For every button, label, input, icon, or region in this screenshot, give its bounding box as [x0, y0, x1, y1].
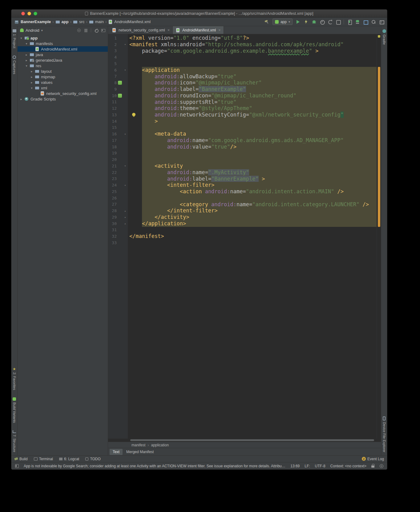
window-close-button[interactable]: [21, 12, 25, 15]
inspection-status-icon[interactable]: [378, 35, 380, 38]
code-line[interactable]: </manifest>: [128, 233, 377, 240]
run-config-select[interactable]: app ▾: [273, 18, 293, 25]
code-line[interactable]: <manifest xmlns:android="http://schemas.…: [128, 41, 377, 48]
tree-item-java[interactable]: ▸java: [18, 52, 108, 57]
horizontal-scrollbar[interactable]: [108, 439, 381, 442]
tool-stripe-button-1-project[interactable]: 1: Project: [13, 29, 16, 48]
attach-debugger-icon[interactable]: [336, 19, 341, 24]
tree-item-xml[interactable]: ▾xml: [18, 85, 108, 91]
tool-stripe-button-build-variants[interactable]: Build Variants: [13, 397, 16, 423]
tool-stripe-button-2-favorites[interactable]: ★2: Favorites: [13, 367, 16, 390]
code-line[interactable]: android:theme="@style/AppTheme": [128, 105, 377, 112]
code-line[interactable]: android:roundIcon="@mipmap/ic_launcher_r…: [128, 92, 377, 99]
run-icon[interactable]: [296, 19, 301, 24]
project-view-selector[interactable]: Android: [26, 28, 39, 33]
code-line[interactable]: [128, 150, 377, 157]
hide-panel-icon[interactable]: [101, 28, 105, 32]
code-line[interactable]: <action android:name="android.intent.act…: [128, 188, 377, 195]
tool-button-event-log[interactable]: 2Event Log: [362, 457, 384, 461]
tree-item-gradle-scripts[interactable]: ▸Gradle Scripts: [18, 96, 108, 102]
fold-expanded-icon[interactable]: ▾: [124, 43, 126, 46]
tool-stripe-button-7-structure[interactable]: 7: Structure: [13, 430, 16, 452]
code-line[interactable]: android:value="true"/>: [128, 144, 377, 150]
code-line[interactable]: package="com.google.android.gms.example.…: [128, 48, 377, 54]
code-line[interactable]: android:networkSecurityConfig="@xml/netw…: [128, 112, 377, 118]
build-hammer-icon[interactable]: [265, 19, 269, 24]
code-line[interactable]: <category android:name="android.intent.c…: [128, 201, 377, 208]
chevron-collapsed-icon[interactable]: ▸: [30, 75, 34, 79]
tool-button-terminal[interactable]: Terminal: [34, 457, 53, 461]
layout-inspector-icon[interactable]: [363, 19, 368, 24]
fold-end-icon[interactable]: ▴: [124, 209, 126, 212]
editor-tab-network-security-config-xml[interactable]: network_security_config.xml×: [109, 26, 173, 34]
profile-icon[interactable]: [320, 19, 325, 24]
fold-expanded-icon[interactable]: ▾: [124, 68, 126, 72]
code-line[interactable]: [128, 54, 377, 60]
breadcrumb-application[interactable]: application: [151, 443, 169, 447]
tree-item-androidmanifest-xml[interactable]: AndroidManifest.xml: [18, 46, 108, 52]
tool-button-todo[interactable]: TODO: [85, 457, 100, 461]
chevron-collapsed-icon[interactable]: ▸: [25, 53, 28, 56]
collapse-all-icon[interactable]: [84, 28, 88, 32]
code-line[interactable]: <application: [128, 67, 377, 73]
view-tab-text[interactable]: Text: [110, 449, 123, 455]
code-editor[interactable]: <?xml version="1.0" encoding="utf-8"?><m…: [128, 34, 377, 439]
tree-item-layout[interactable]: ▸layout: [18, 68, 108, 74]
code-line[interactable]: <?xml version="1.0" encoding="utf-8"?>: [128, 35, 377, 41]
code-line[interactable]: android:icon="@mipmap/ic_launcher": [128, 80, 377, 86]
chevron-collapsed-icon[interactable]: ▸: [30, 81, 34, 84]
window-minimize-button[interactable]: [27, 12, 31, 15]
breadcrumb-item-src[interactable]: src: [73, 19, 84, 24]
chevron-collapsed-icon[interactable]: ▸: [25, 59, 28, 62]
fold-end-icon[interactable]: ▴: [124, 222, 126, 225]
editor-error-stripe[interactable]: [377, 34, 381, 439]
code-line[interactable]: <intent-filter>: [128, 182, 377, 188]
fold-expanded-icon[interactable]: ▾: [124, 184, 126, 187]
chevron-expanded-icon[interactable]: ▾: [25, 42, 28, 45]
fold-expanded-icon[interactable]: ▾: [124, 133, 126, 136]
tree-item-app[interactable]: ▾app: [18, 35, 108, 41]
code-line[interactable]: </application>: [128, 220, 377, 227]
code-line[interactable]: <activity: [128, 163, 377, 169]
tree-item-values[interactable]: ▸values: [18, 80, 108, 85]
fold-end-icon[interactable]: ▴: [124, 215, 126, 219]
editor-tab-androidmanifest-xml[interactable]: AndroidManifest.xml×: [173, 26, 224, 34]
chevron-expanded-icon[interactable]: ▾: [30, 86, 34, 90]
settings-gear-icon[interactable]: [94, 28, 98, 32]
title-bar[interactable]: BannerExample [~/src/github/android-exam…: [11, 10, 387, 18]
tool-button-6-logcat[interactable]: 6: Logcat: [59, 457, 79, 461]
code-line[interactable]: <meta-data: [128, 131, 377, 137]
code-line[interactable]: [128, 125, 377, 131]
view-tab-merged-manifest[interactable]: Merged Manifest: [123, 449, 157, 455]
debug-icon[interactable]: [312, 19, 317, 24]
code-line[interactable]: android:name=".MyActivity": [128, 169, 377, 176]
chevron-collapsed-icon[interactable]: ▸: [30, 70, 34, 73]
code-line[interactable]: android:supportsRtl="true": [128, 99, 377, 105]
tool-window-toggle-icon[interactable]: [15, 464, 19, 468]
sync-gradle-icon[interactable]: [328, 19, 333, 24]
intention-bulb-icon[interactable]: [132, 113, 135, 116]
apply-changes-icon[interactable]: [304, 19, 309, 24]
tab-close-icon[interactable]: ×: [168, 28, 170, 32]
code-line[interactable]: [128, 156, 377, 163]
caret-position[interactable]: 13:69: [290, 464, 300, 468]
tree-item-generatedjava[interactable]: ▸generatedJava: [18, 57, 108, 63]
window-maximize-button[interactable]: [34, 12, 37, 15]
breadcrumb-item-app[interactable]: app: [55, 19, 69, 24]
lock-icon[interactable]: [371, 464, 375, 468]
tool-stripe-button-captures[interactable]: Captures: [13, 55, 16, 74]
launcher-icon-preview[interactable]: [118, 81, 122, 85]
project-structure-icon[interactable]: [379, 19, 384, 24]
avd-manager-icon[interactable]: [347, 19, 352, 24]
tree-item-mipmap[interactable]: ▸mipmap: [18, 74, 108, 80]
tool-stripe-button-device-file-explorer[interactable]: Device File Explorer: [382, 416, 386, 452]
breadcrumb-item-bannerexample[interactable]: BannerExample: [14, 19, 51, 24]
breadcrumb-manifest[interactable]: manifest: [131, 443, 145, 447]
scrollbar-thumb[interactable]: [130, 439, 374, 441]
sdk-manager-icon[interactable]: [355, 19, 360, 24]
breadcrumb-item-main[interactable]: main: [89, 19, 104, 24]
line-separator-indicator[interactable]: LF:: [305, 464, 310, 468]
code-line[interactable]: [128, 60, 377, 67]
code-line[interactable]: android:label="BannerExample" >: [128, 176, 377, 182]
chevron-expanded-icon[interactable]: ▾: [19, 36, 23, 40]
